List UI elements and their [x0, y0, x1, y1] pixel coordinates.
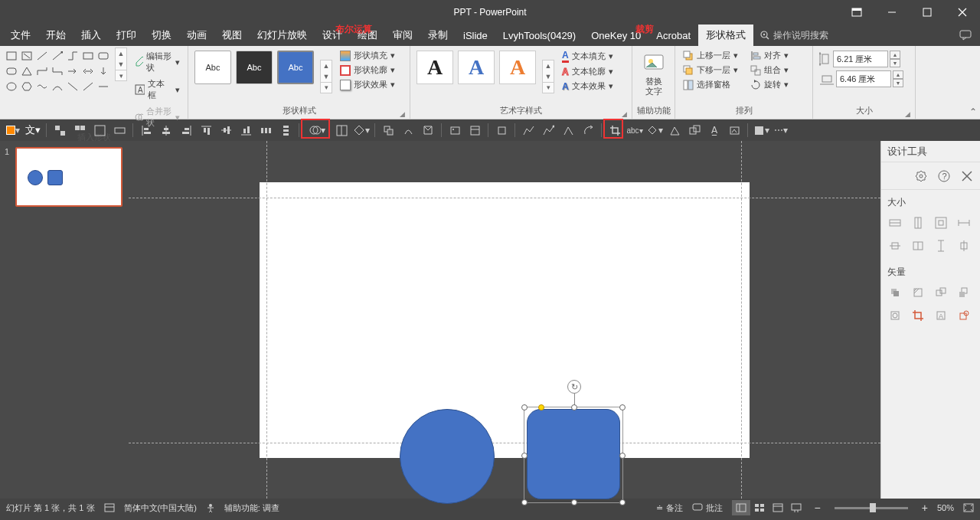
style-thumb-3[interactable]: Abc [277, 51, 314, 84]
qat-btn-f[interactable] [446, 122, 463, 139]
qat-align-middle-icon[interactable] [217, 122, 234, 139]
slide-canvas[interactable] [260, 182, 750, 458]
qat-btn-k[interactable] [560, 122, 577, 139]
help-icon[interactable]: ? [937, 169, 951, 183]
selection-pane-button[interactable]: 选择窗格 [680, 78, 741, 91]
zoom-thumb[interactable] [870, 503, 876, 512]
size-tool-4[interactable] [956, 215, 972, 231]
size-tool-5[interactable] [887, 238, 903, 253]
gallery-more-icon[interactable]: ▾ [321, 82, 332, 93]
qat-btn-i[interactable] [520, 122, 537, 139]
qat-btn-2[interactable] [71, 122, 88, 139]
normal-view-icon[interactable] [732, 500, 750, 515]
shape-connector-icon[interactable] [35, 64, 49, 78]
accessibility-icon[interactable] [206, 503, 215, 512]
menu-view[interactable]: 视图 [214, 25, 250, 46]
qat-btn-h[interactable] [493, 122, 510, 139]
shape-connector2-icon[interactable] [51, 64, 64, 78]
text-box-button[interactable]: A文本框 ▾ [132, 77, 183, 103]
shape-line3-icon[interactable] [66, 80, 80, 93]
collapse-ribbon-icon[interactable]: ⌃ [969, 106, 977, 117]
dialog-launcher-icon[interactable]: ◢ [400, 110, 405, 118]
qat-btn-p[interactable] [686, 122, 703, 139]
dialog-launcher-icon[interactable]: ◢ [905, 110, 910, 118]
resize-handle-e[interactable] [619, 453, 626, 459]
send-backward-button[interactable]: 下移一层 ▾ [680, 64, 741, 77]
shape-round-rect-icon[interactable] [5, 64, 18, 78]
zoom-in-icon[interactable]: + [922, 502, 928, 514]
shape-effects-button[interactable]: 形状效果 ▾ [337, 78, 398, 91]
qat-crop-button[interactable] [606, 122, 623, 139]
shape-style-gallery[interactable]: Abc Abc Abc [191, 47, 317, 87]
qat-btn-e[interactable] [420, 122, 436, 139]
qat-btn-3[interactable] [91, 122, 108, 139]
vector-tool-5[interactable] [887, 308, 903, 323]
shape-triangle-icon[interactable] [20, 64, 34, 78]
shape-line5-icon[interactable] [96, 80, 110, 93]
height-value[interactable]: 6.21 厘米 [833, 51, 888, 67]
size-tool-8[interactable] [956, 238, 972, 253]
scroll-up-icon[interactable]: ▲ [321, 61, 332, 71]
menu-file[interactable]: 文件 [3, 25, 38, 46]
menu-slideshow[interactable]: 幻灯片放映 [250, 25, 315, 46]
shape-rect2-icon[interactable] [20, 49, 34, 63]
style-gallery-scroll[interactable]: ▲ ▼ ▾ [320, 60, 332, 93]
adjustment-handle[interactable] [538, 404, 544, 410]
dialog-launcher-icon[interactable]: ◢ [622, 110, 627, 118]
rotate-button[interactable]: 旋转 ▾ [747, 78, 792, 91]
shape-wave-icon[interactable] [35, 80, 49, 93]
sorter-view-icon[interactable] [750, 500, 769, 515]
width-spinner[interactable]: ▲▼ [893, 70, 903, 87]
maximize-icon[interactable] [910, 0, 945, 25]
wordart-3[interactable]: A [499, 51, 536, 84]
height-spinner[interactable]: ▲▼ [890, 51, 900, 67]
alt-text-button[interactable]: 替换 文字 [635, 47, 672, 100]
shape-down-arrow-icon[interactable] [96, 64, 110, 78]
style-thumb-2[interactable]: Abc [236, 51, 273, 84]
notes-button[interactable]: ≐ 备注 [656, 502, 683, 514]
qat-btn-1[interactable] [51, 122, 68, 139]
menu-review[interactable]: 审阅 [385, 25, 420, 46]
wordart-gallery[interactable]: A A A [413, 47, 539, 87]
shape-oval-icon[interactable] [5, 80, 18, 93]
group-button[interactable]: 组合 ▾ [747, 64, 792, 77]
qat-btn-n[interactable]: ▾ [646, 122, 663, 139]
tell-me-search[interactable]: 操作说明搜索 [760, 29, 828, 42]
fit-window-icon[interactable] [963, 503, 974, 512]
menu-animations[interactable]: 动画 [179, 25, 214, 46]
shape-curve-icon[interactable] [51, 80, 64, 93]
vector-tool-2[interactable] [910, 285, 926, 300]
slideshow-view-icon[interactable] [787, 500, 805, 515]
text-fill-button[interactable]: A文本填充 ▾ [559, 49, 616, 64]
text-effects-button[interactable]: A文本效果 ▾ [559, 80, 616, 93]
ribbon-display-options-icon[interactable] [839, 0, 874, 25]
gallery-more-icon[interactable]: ▾ [543, 82, 554, 93]
width-value[interactable]: 6.46 厘米 [836, 70, 891, 87]
comments-icon[interactable] [954, 23, 977, 47]
scroll-up-icon[interactable]: ▲ [543, 61, 554, 71]
qat-btn-l[interactable] [580, 122, 596, 139]
shape-doublearrow-icon[interactable] [81, 64, 95, 78]
qat-btn-m[interactable]: abc▾ [626, 122, 643, 139]
menu-insert[interactable]: 插入 [74, 25, 109, 46]
qat-btn-a[interactable] [333, 122, 350, 139]
style-thumb-1[interactable]: Abc [194, 51, 231, 84]
bring-forward-button[interactable]: 上移一层 ▾ [680, 49, 741, 62]
qat-distribute-v-icon[interactable] [277, 122, 294, 139]
shape-line2-icon[interactable] [51, 49, 64, 63]
gallery-more-icon[interactable]: ▾ [116, 70, 126, 80]
shape-gallery-scroll[interactable]: ▲ ▼ ▾ [115, 47, 127, 81]
qat-btn-4[interactable] [111, 122, 128, 139]
qat-btn-q[interactable]: A̲ [706, 122, 723, 139]
accessibility-status[interactable]: 辅助功能: 调查 [224, 502, 279, 514]
zoom-slider[interactable] [835, 507, 908, 509]
vector-tool-1[interactable] [887, 285, 903, 300]
qat-distribute-h-icon[interactable] [257, 122, 274, 139]
reading-view-icon[interactable] [769, 500, 787, 515]
qat-color-icon[interactable]: ▾ [5, 122, 21, 139]
qat-btn-s[interactable]: ▾ [753, 122, 769, 139]
text-outline-button[interactable]: A文本轮廓 ▾ [559, 65, 616, 78]
align-button[interactable]: 对齐 ▾ [747, 49, 792, 62]
resize-handle-ne[interactable] [619, 404, 626, 410]
scroll-up-icon[interactable]: ▲ [116, 48, 126, 59]
